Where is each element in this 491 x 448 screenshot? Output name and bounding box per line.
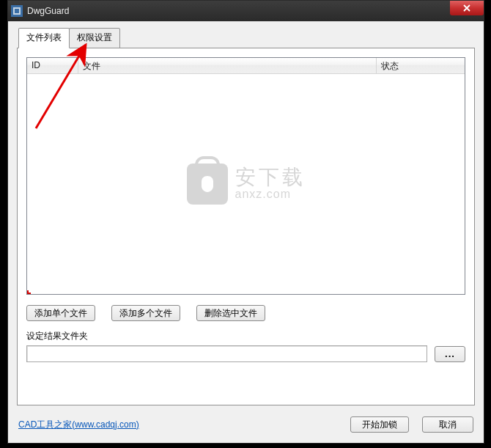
resize-mark-icon: [27, 290, 31, 294]
window-title: DwgGuard: [27, 6, 69, 16]
app-icon: [11, 5, 23, 17]
footer: CAD工具之家(www.cadqj.com) 开始加锁 取消: [18, 416, 473, 433]
column-status[interactable]: 状态: [377, 58, 465, 73]
listview-body: 安下载 anxz.com: [27, 74, 465, 294]
tab-strip: 文件列表 权限设置: [18, 27, 475, 48]
cancel-button[interactable]: 取消: [422, 416, 473, 433]
column-file[interactable]: 文件: [78, 58, 377, 73]
watermark: 安下载 anxz.com: [187, 164, 306, 205]
delete-selected-button[interactable]: 删除选中文件: [196, 305, 265, 321]
action-button-row: 添加单个文件 添加多个文件 删除选中文件: [26, 305, 465, 321]
tab-file-list[interactable]: 文件列表: [18, 28, 70, 48]
tab-panel-file-list: ID 文件 状态 安下载 anxz.com: [17, 48, 475, 405]
close-button[interactable]: [450, 1, 484, 15]
column-id[interactable]: ID: [27, 58, 78, 73]
result-folder-label: 设定结果文件夹: [26, 330, 465, 342]
watermark-cn: 安下载: [235, 167, 306, 188]
close-icon: [462, 4, 471, 12]
file-listview[interactable]: ID 文件 状态 安下载 anxz.com: [26, 57, 465, 295]
browse-button[interactable]: ...: [435, 346, 465, 362]
tab-perm-settings[interactable]: 权限设置: [69, 28, 120, 48]
watermark-en: anxz.com: [235, 188, 306, 201]
footer-buttons: 开始加锁 取消: [350, 416, 473, 433]
client-area: 文件列表 权限设置 ID 文件 状态 安下载 anx: [8, 21, 484, 443]
result-folder-input[interactable]: [26, 345, 427, 362]
listview-header: ID 文件 状态: [27, 58, 465, 74]
result-folder-row: ...: [26, 345, 465, 362]
app-window: DwgGuard 文件列表 权限设置 ID 文件 状态: [7, 0, 484, 444]
add-multi-file-button[interactable]: 添加多个文件: [111, 305, 180, 321]
start-lock-button[interactable]: 开始加锁: [350, 416, 409, 433]
footer-link[interactable]: CAD工具之家(www.cadqj.com): [18, 419, 139, 431]
titlebar[interactable]: DwgGuard: [8, 1, 484, 21]
lock-icon: [187, 164, 228, 205]
watermark-text: 安下载 anxz.com: [235, 167, 306, 201]
add-single-file-button[interactable]: 添加单个文件: [26, 305, 95, 321]
